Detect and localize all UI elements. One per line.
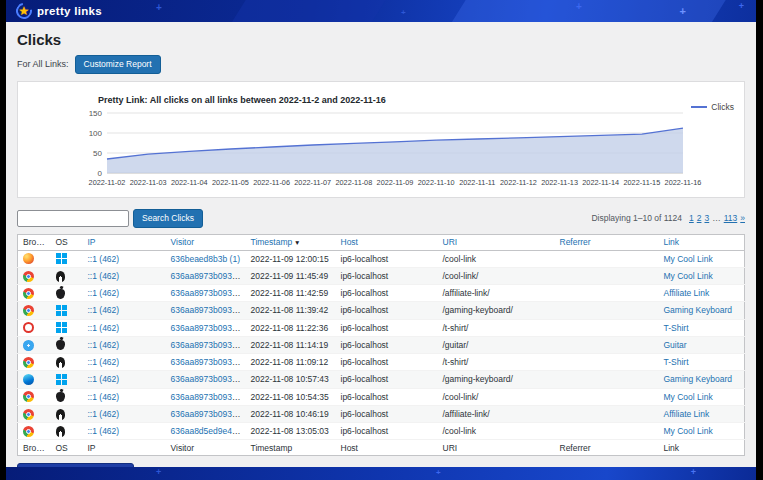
footer-column-ip[interactable]: IP — [83, 440, 166, 456]
ip-link[interactable]: ::1 (462) — [88, 340, 120, 350]
ip-cell: ::1 (462) — [83, 405, 166, 422]
ip-cell: ::1 (462) — [83, 371, 166, 388]
referrer-cell — [555, 423, 659, 440]
filter-label: For All Links: — [17, 59, 69, 69]
pretty-link-link[interactable]: T-Shirt — [664, 323, 689, 333]
uri-cell: /t-shirt/ — [438, 319, 555, 336]
pretty-link-link[interactable]: Gaming Keyboard — [664, 374, 733, 384]
link-cell: Guitar — [659, 336, 745, 353]
browser-cell — [18, 250, 51, 267]
host-cell: ip6-localhost — [336, 336, 438, 353]
pretty-link-link[interactable]: Gaming Keyboard — [664, 305, 733, 315]
column-header-host[interactable]: Host — [336, 234, 438, 250]
visitor-link[interactable]: 636aa8973b093 (1) — [171, 357, 245, 367]
svg-text:2022-11-15: 2022-11-15 — [623, 178, 660, 187]
svg-text:100: 100 — [89, 128, 103, 137]
search-clicks-button[interactable]: Search Clicks — [133, 209, 203, 228]
page-link-113[interactable]: 113 — [724, 213, 738, 223]
ip-link[interactable]: ::1 (462) — [88, 409, 120, 419]
svg-text:2022-11-04: 2022-11-04 — [171, 178, 208, 187]
chrome-browser-icon — [23, 391, 34, 402]
footer-column-uri[interactable]: URI — [438, 440, 555, 456]
linux-os-icon — [56, 409, 65, 420]
table-row: ::1 (462)636aa8d5ed9e40 (1)2022-11-08 13… — [18, 423, 745, 440]
next-page-link[interactable]: » — [740, 213, 745, 223]
column-header-timestamp[interactable]: Timestamp ▼ — [246, 234, 336, 250]
timestamp-cell: 2022-11-09 11:45:49 — [246, 267, 336, 284]
visitor-link[interactable]: 636aa8973b093 (1) — [171, 409, 245, 419]
footer-column-referrer[interactable]: Referrer — [555, 440, 659, 456]
pretty-link-link[interactable]: Affiliate Link — [664, 288, 710, 298]
ip-link[interactable]: ::1 (462) — [88, 323, 120, 333]
header-bar: ★ pretty links + + + + + — [6, 0, 756, 22]
ip-link[interactable]: ::1 (462) — [88, 357, 120, 367]
ip-link[interactable]: ::1 (462) — [88, 271, 120, 281]
footer-column-link[interactable]: Link — [659, 440, 745, 456]
customize-report-button[interactable]: Customize Report — [75, 55, 161, 74]
link-cell: Affiliate Link — [659, 405, 745, 422]
svg-text:150: 150 — [89, 108, 103, 117]
footer-column-timestamp[interactable]: Timestamp — [246, 440, 336, 456]
sort-desc-icon: ▼ — [292, 239, 300, 246]
table-row: ::1 (462)636aa8973b093 (1)2022-11-08 10:… — [18, 388, 745, 405]
host-cell: ip6-localhost — [336, 267, 438, 284]
windows-os-icon — [56, 305, 61, 310]
browser-cell — [18, 388, 51, 405]
svg-text:2022-11-14: 2022-11-14 — [582, 178, 619, 187]
visitor-link[interactable]: 636aa8d5ed9e40 (1) — [171, 426, 246, 436]
pretty-link-link[interactable]: Affiliate Link — [664, 409, 710, 419]
footer-column-visitor[interactable]: Visitor — [166, 440, 246, 456]
footer-column-browser: Browser — [18, 440, 51, 456]
pretty-links-logo[interactable]: ★ pretty links — [16, 3, 102, 19]
visitor-cell: 636aa8973b093 (1) — [166, 371, 246, 388]
search-row: Search Clicks Displaying 1–10 of 1124 12… — [17, 209, 745, 228]
ip-link[interactable]: ::1 (462) — [88, 374, 120, 384]
visitor-link[interactable]: 636aa8973b093 (1) — [171, 340, 245, 350]
browser-cell — [18, 405, 51, 422]
timestamp-cell: 2022-11-08 11:39:42 — [246, 302, 336, 319]
visitor-link[interactable]: 636beaed8b3b (1) — [171, 254, 240, 264]
column-header-referrer[interactable]: Referrer — [555, 234, 659, 250]
os-cell — [51, 267, 83, 284]
os-cell — [51, 302, 83, 319]
ip-link[interactable]: ::1 (462) — [88, 254, 120, 264]
visitor-link[interactable]: 636aa8973b093 (1) — [171, 374, 245, 384]
os-cell — [51, 319, 83, 336]
ip-link[interactable]: ::1 (462) — [88, 426, 120, 436]
visitor-link[interactable]: 636aa8973b093 (1) — [171, 392, 245, 402]
pretty-link-link[interactable]: T-Shirt — [664, 357, 689, 367]
ip-link[interactable]: ::1 (462) — [88, 392, 120, 402]
column-header-uri[interactable]: URI — [438, 234, 555, 250]
page-link-1[interactable]: 1 — [689, 213, 694, 223]
pretty-link-link[interactable]: My Cool Link — [664, 271, 713, 281]
footer-column-host[interactable]: Host — [336, 440, 438, 456]
visitor-link[interactable]: 636aa8973b093 (1) — [171, 323, 245, 333]
svg-text:2022-11-06: 2022-11-06 — [253, 178, 290, 187]
visitor-cell: 636beaed8b3b (1) — [166, 250, 246, 267]
page-link-3[interactable]: 3 — [704, 213, 709, 223]
table-row: ::1 (462)636aa8973b093 (1)2022-11-08 11:… — [18, 285, 745, 302]
pretty-link-link[interactable]: My Cool Link — [664, 392, 713, 402]
column-header-ip[interactable]: IP — [83, 234, 166, 250]
pretty-link-link[interactable]: My Cool Link — [664, 254, 713, 264]
column-header-link[interactable]: Link — [659, 234, 745, 250]
ip-link[interactable]: ::1 (462) — [88, 288, 120, 298]
visitor-link[interactable]: 636aa8973b093 (1) — [171, 305, 245, 315]
table-row: ::1 (462)636aa8973b093 (1)2022-11-09 11:… — [18, 267, 745, 284]
sparkle-icon: + — [156, 3, 162, 13]
search-input[interactable] — [17, 210, 129, 227]
timestamp-cell: 2022-11-08 13:05:03 — [246, 423, 336, 440]
apple-os-icon — [56, 289, 65, 299]
pretty-link-link[interactable]: Guitar — [664, 340, 687, 350]
footer-bar: + + + — [6, 467, 756, 480]
pretty-link-link[interactable]: My Cool Link — [664, 426, 713, 436]
page-link-2[interactable]: 2 — [697, 213, 702, 223]
ip-link[interactable]: ::1 (462) — [88, 305, 120, 315]
timestamp-cell: 2022-11-08 11:22:36 — [246, 319, 336, 336]
sparkle-icon: + — [576, 2, 582, 12]
visitor-link[interactable]: 636aa8973b093 (1) — [171, 288, 245, 298]
column-header-visitor[interactable]: Visitor — [166, 234, 246, 250]
apple-os-icon — [56, 392, 65, 402]
sparkle-icon: + — [739, 2, 744, 11]
visitor-link[interactable]: 636aa8973b093 (1) — [171, 271, 245, 281]
